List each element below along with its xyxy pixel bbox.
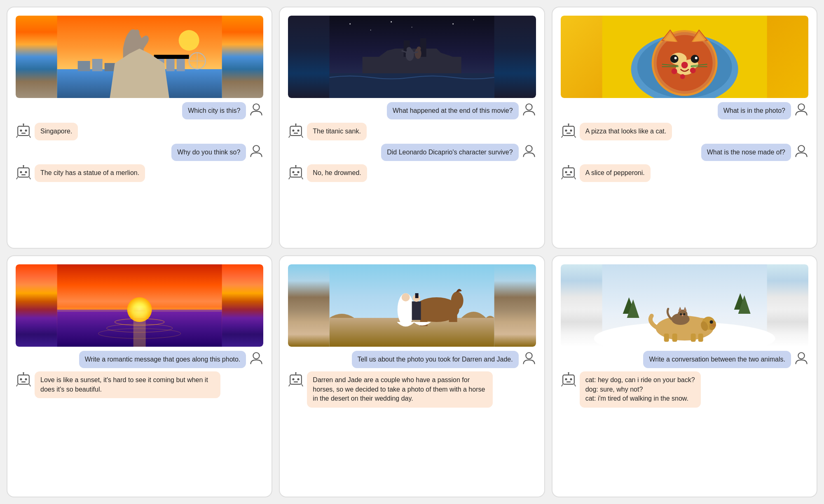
svg-point-142 — [295, 372, 297, 373]
messages-titanic: What happened at the end of this movie? — [288, 102, 536, 240]
svg-rect-23 — [18, 168, 29, 177]
message-row: A pizza that looks like a cat. — [561, 123, 808, 140]
message-row: What is the nose made of? — [561, 144, 808, 161]
svg-point-25 — [25, 171, 27, 173]
bubble-bot: Darren and Jade are a couple who have a … — [307, 371, 493, 407]
svg-point-24 — [20, 171, 22, 173]
svg-point-22 — [253, 145, 260, 152]
svg-point-116 — [253, 352, 260, 359]
svg-point-15 — [20, 130, 22, 132]
svg-point-19 — [23, 124, 24, 125]
user-avatar-icon — [522, 351, 536, 365]
bubble-bot: The city has a statue of a merlion. — [35, 164, 145, 182]
bot-avatar-icon — [288, 123, 304, 138]
svg-point-88 — [690, 68, 695, 73]
svg-point-139 — [297, 378, 300, 380]
message-row: The city has a statue of a merlion. — [16, 164, 263, 182]
user-avatar-icon — [249, 351, 263, 365]
image-pizza-cat — [561, 16, 808, 98]
bubble-bot: Singapore. — [35, 123, 78, 140]
svg-point-96 — [568, 124, 569, 125]
svg-point-80 — [674, 57, 677, 59]
bubble-user: Write a conversation between the two ani… — [643, 351, 791, 368]
svg-point-32 — [349, 23, 351, 25]
svg-point-136 — [526, 352, 532, 359]
svg-point-82 — [681, 62, 688, 68]
card-sunset: Write a romantic message that goes along… — [7, 255, 272, 497]
svg-point-13 — [253, 104, 260, 110]
singapore-illustration — [16, 16, 263, 98]
user-avatar-icon — [249, 102, 263, 116]
svg-point-62 — [295, 165, 297, 166]
svg-line-54 — [289, 135, 290, 138]
svg-line-29 — [16, 177, 18, 179]
svg-point-34 — [391, 21, 392, 23]
svg-rect-178 — [566, 382, 570, 383]
bubble-user: Why do you think so? — [171, 144, 246, 161]
svg-rect-175 — [563, 375, 574, 384]
svg-line-98 — [574, 135, 575, 138]
bubble-bot: A pizza that looks like a cat. — [580, 123, 672, 140]
bot-avatar-icon — [16, 371, 31, 387]
svg-point-177 — [570, 378, 572, 380]
svg-point-49 — [293, 130, 295, 132]
svg-rect-155 — [664, 334, 669, 342]
svg-rect-103 — [566, 174, 570, 175]
svg-rect-135 — [415, 293, 419, 298]
messages-singapore: Which city is this? Singapore. — [16, 102, 263, 240]
svg-point-92 — [565, 130, 567, 132]
svg-rect-3 — [156, 57, 164, 71]
svg-line-143 — [289, 384, 290, 386]
message-row: Write a conversation between the two ani… — [561, 351, 808, 368]
bubble-bot: A slice of pepperoni. — [580, 164, 651, 182]
bubble-bot: No, he drowned. — [307, 164, 367, 182]
image-singapore — [16, 16, 263, 98]
svg-rect-111 — [133, 310, 146, 347]
svg-point-171 — [681, 315, 683, 316]
svg-rect-137 — [290, 375, 302, 384]
bot-avatar-icon — [16, 164, 31, 180]
message-row: Tell us about the photo you took for Dar… — [288, 351, 536, 368]
sunset-illustration — [16, 264, 263, 347]
user-avatar-icon — [249, 144, 263, 158]
svg-point-99 — [798, 145, 804, 152]
svg-rect-7 — [78, 61, 90, 71]
svg-point-132 — [402, 293, 410, 301]
svg-point-35 — [412, 27, 412, 28]
svg-rect-156 — [672, 334, 677, 342]
svg-point-28 — [23, 165, 24, 166]
titanic-illustration — [288, 16, 536, 98]
svg-rect-9 — [105, 63, 119, 71]
svg-point-118 — [20, 378, 22, 380]
svg-point-172 — [627, 333, 660, 340]
svg-line-106 — [561, 177, 562, 179]
card-pizza-cat: What is in the photo? A pizza th — [552, 7, 817, 249]
svg-point-90 — [798, 104, 804, 110]
svg-point-36 — [452, 23, 454, 25]
svg-rect-57 — [290, 168, 302, 177]
svg-point-58 — [293, 171, 295, 173]
svg-line-63 — [289, 177, 290, 179]
image-titanic — [288, 16, 536, 98]
svg-point-176 — [565, 378, 567, 380]
message-row: What happened at the end of this movie? — [288, 102, 536, 119]
svg-point-33 — [370, 30, 371, 30]
svg-rect-133 — [412, 301, 421, 320]
svg-point-122 — [23, 372, 24, 373]
image-animals — [561, 264, 808, 347]
svg-point-79 — [691, 55, 699, 63]
messages-wedding: Tell us about the photo you took for Dar… — [288, 351, 536, 488]
svg-line-97 — [561, 135, 562, 138]
svg-line-64 — [302, 177, 303, 179]
message-row: cat: hey dog, can i ride on your back? d… — [561, 371, 808, 407]
card-animals: Write a conversation between the two ani… — [552, 255, 817, 497]
svg-rect-5 — [177, 57, 185, 71]
image-wedding — [288, 264, 536, 347]
animals-illustration — [561, 264, 808, 347]
svg-line-181 — [561, 384, 562, 386]
message-row: Singapore. — [16, 123, 263, 140]
svg-rect-1 — [57, 69, 222, 98]
svg-point-56 — [526, 145, 532, 152]
messages-pizza-cat: What is in the photo? A pizza th — [561, 102, 808, 240]
card-wedding: Tell us about the photo you took for Dar… — [279, 255, 545, 497]
